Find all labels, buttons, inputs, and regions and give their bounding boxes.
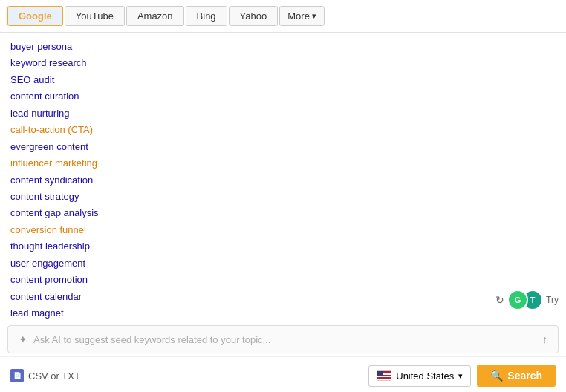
bottom-right: United States ▾ 🔍 Search [368,365,556,387]
tab-amazon[interactable]: Amazon [126,6,184,26]
avatar-1: G [507,290,528,310]
search-button[interactable]: 🔍 Search [477,365,556,387]
keyword-item[interactable]: evergreen content [10,139,556,154]
avatar-group: G T [507,290,543,310]
keyword-item[interactable]: conversion funnel [10,222,556,238]
keyword-item[interactable]: content optimization [10,321,556,322]
ai-placeholder: Ask AI to suggest seed keywords related … [33,334,270,345]
try-label: Try [546,295,559,305]
keyword-item[interactable]: content promotion [10,272,556,287]
upload-icon[interactable]: ↑ [542,333,547,345]
keyword-item[interactable]: call-to-action (CTA) [10,122,556,137]
refresh-icon[interactable]: ↻ [495,294,504,306]
csv-label: CSV or TXT [28,370,80,382]
keyword-item[interactable]: keyword research [10,55,556,71]
chevron-down-icon: ▾ [312,11,316,21]
tab-bar: Google YouTube Amazon Bing Yahoo More ▾ [0,0,566,33]
keyword-item[interactable]: content curation [10,88,556,104]
keyword-item[interactable]: influencer marketing [10,155,556,171]
country-label: United States [396,370,454,382]
keyword-list: buyer personakeyword researchSEO auditco… [0,33,566,322]
keyword-item[interactable]: content strategy [10,189,556,204]
country-selector[interactable]: United States ▾ [368,365,471,387]
bottom-bar: 📄 CSV or TXT United States ▾ 🔍 Search [0,356,566,392]
keyword-item[interactable]: content calendar [10,289,556,304]
keyword-item[interactable]: content syndication [10,172,556,188]
tab-more[interactable]: More ▾ [279,6,325,26]
ai-input-bar[interactable]: ✦ Ask AI to suggest seed keywords relate… [7,325,559,353]
tab-bing[interactable]: Bing [186,6,227,26]
csv-icon: 📄 [10,369,24,382]
us-flag-icon [377,370,391,381]
keyword-item[interactable]: buyer persona [10,39,556,54]
keyword-item[interactable]: lead nurturing [10,105,556,121]
country-chevron-icon: ▾ [458,371,463,381]
ai-bar-left: ✦ Ask AI to suggest seed keywords relate… [19,333,270,345]
keyword-item[interactable]: user engagement [10,255,556,271]
keyword-item[interactable]: content gap analysis [10,205,556,220]
keyword-item[interactable]: thought leadership [10,238,556,254]
keyword-item[interactable]: lead magnet [10,305,556,321]
ai-sparkle-icon: ✦ [19,333,27,345]
tab-google[interactable]: Google [7,6,63,26]
tab-youtube[interactable]: YouTube [65,6,125,26]
try-area: ↻ G T Try [495,290,559,310]
tab-yahoo[interactable]: Yahoo [229,6,279,26]
keyword-item[interactable]: SEO audit [10,72,556,88]
csv-button[interactable]: 📄 CSV or TXT [10,369,80,382]
search-icon: 🔍 [490,370,503,382]
